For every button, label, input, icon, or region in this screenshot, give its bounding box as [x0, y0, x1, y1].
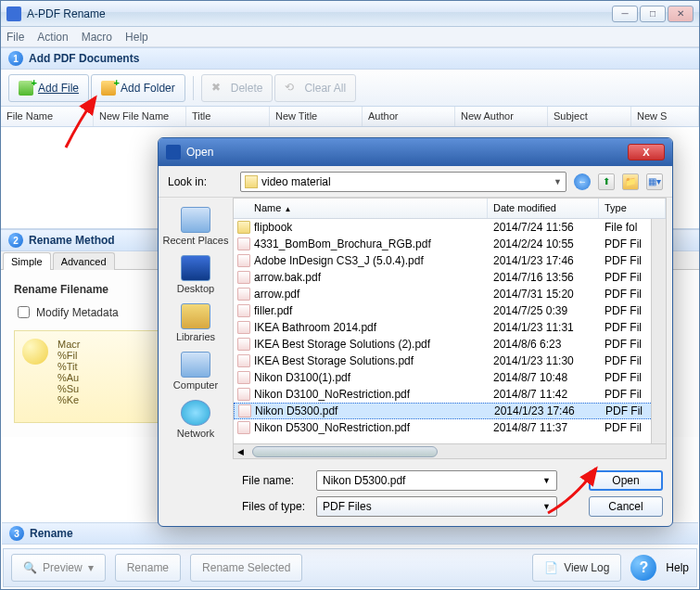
col-newfilename[interactable]: New File Name — [94, 107, 186, 126]
file-date-cell: 2014/7/24 11:56 — [493, 221, 605, 234]
pdf-icon — [237, 271, 250, 284]
file-name-label: File name: — [242, 474, 307, 487]
col-date[interactable]: Date modified — [488, 199, 599, 218]
add-folder-label: Add Folder — [121, 82, 175, 95]
file-date-cell: 2014/7/25 0:39 — [493, 304, 605, 317]
file-row[interactable]: flipbook2014/7/24 11:56File fol — [234, 219, 666, 236]
look-in-combo[interactable]: video material ▼ — [240, 172, 566, 192]
add-file-button[interactable]: Add File — [8, 74, 89, 102]
file-row[interactable]: Nikon D5300.pdf2014/1/23 17:46PDF Fil — [234, 403, 666, 419]
file-type-label: Files of type: — [242, 500, 307, 513]
col-news[interactable]: New S — [631, 107, 699, 126]
file-row[interactable]: Nikon D3100_NoRestriction.pdf2014/8/7 11… — [234, 386, 666, 403]
tab-advanced[interactable]: Advanced — [53, 252, 115, 270]
file-name-cell: IKEA Best Storage Solutions.pdf — [254, 354, 493, 367]
col-name[interactable]: Name ▲ — [234, 199, 488, 218]
col-filename[interactable]: File Name — [1, 107, 94, 126]
dialog-icon — [166, 145, 181, 160]
col-title[interactable]: Title — [186, 107, 270, 126]
file-date-cell: 2014/1/23 11:31 — [493, 321, 605, 334]
view-menu-button[interactable]: ▦▾ — [646, 173, 663, 190]
col-newtitle[interactable]: New Title — [270, 107, 363, 126]
file-name-cell: Nikon D3100(1).pdf — [254, 371, 493, 384]
col-subject[interactable]: Subject — [548, 107, 631, 126]
add-folder-button[interactable]: Add Folder — [91, 74, 185, 102]
file-name-cell: Nikon D5300.pdf — [255, 404, 494, 417]
pdf-icon — [237, 421, 250, 434]
file-name-combo[interactable]: Nikon D5300.pdf▼ — [316, 470, 557, 491]
rail-computer[interactable]: Computer — [173, 348, 218, 394]
scroll-thumb[interactable] — [252, 446, 438, 457]
open-dialog: Open X Look in: video material ▼ ← ⬆ 📁 ▦… — [158, 137, 673, 527]
new-folder-button[interactable]: 📁 — [622, 173, 639, 190]
file-row[interactable]: IKEA Best Storage Solutions.pdf2014/1/23… — [234, 353, 666, 369]
pdf-icon — [237, 321, 250, 334]
delete-button[interactable]: ✖ Delete — [201, 74, 274, 102]
file-row[interactable]: 4331_BomBom_Brochura_RGB.pdf2014/2/24 10… — [234, 236, 666, 252]
col-author[interactable]: Author — [363, 107, 455, 126]
rename-selected-button[interactable]: Rename Selected — [190, 554, 302, 582]
rail-recent[interactable]: Recent Places — [163, 203, 229, 250]
file-row[interactable]: IKEA Bathroom 2014.pdf2014/1/23 11:31PDF… — [234, 319, 666, 336]
toolbar-separator — [193, 76, 194, 100]
pdf-icon — [238, 404, 251, 417]
menu-action[interactable]: Action — [37, 31, 68, 44]
modify-metadata-label: Modify Metadata — [36, 306, 119, 319]
file-pane-header: Name ▲ Date modified Type — [234, 199, 666, 219]
file-name-cell: Nikon D3100_NoRestriction.pdf — [254, 388, 493, 401]
toolbar: Add File Add Folder ✖ Delete ⟲ Clear All — [1, 70, 699, 107]
up-button[interactable]: ⬆ — [598, 173, 615, 190]
window-title: A-PDF Rename — [27, 7, 612, 20]
file-name-cell: IKEA Best Storage Solutions (2).pdf — [254, 338, 493, 351]
preview-button[interactable]: 🔍 Preview ▾ — [11, 554, 106, 582]
rail-network[interactable]: Network — [177, 396, 214, 442]
file-row[interactable]: Nikon D5300_NoRestriction.pdf2014/8/7 11… — [234, 419, 666, 436]
maximize-button[interactable]: □ — [640, 6, 666, 22]
rename-button[interactable]: Rename — [115, 554, 181, 582]
minimize-button[interactable]: ─ — [612, 6, 638, 22]
pdf-icon — [237, 304, 250, 317]
folder-icon — [245, 175, 258, 188]
rail-desktop[interactable]: Desktop — [177, 251, 214, 298]
file-type-combo[interactable]: PDF Files▼ — [316, 496, 557, 517]
dialog-close-button[interactable]: X — [628, 144, 665, 160]
col-newauthor[interactable]: New Author — [455, 107, 548, 126]
menu-help[interactable]: Help — [125, 31, 148, 44]
view-log-button[interactable]: 📄 View Log — [532, 554, 621, 582]
file-row[interactable]: Adobe InDesign CS3_J (5.0.4).pdf2014/1/2… — [234, 252, 666, 269]
back-button[interactable]: ← — [574, 173, 591, 190]
pdf-icon — [237, 288, 250, 301]
pdf-icon — [237, 388, 250, 401]
menu-macro[interactable]: Macro — [82, 31, 112, 44]
clear-all-label: Clear All — [304, 82, 346, 95]
file-row[interactable]: filler.pdf2014/7/25 0:39PDF Fil — [234, 302, 666, 319]
titlebar: A-PDF Rename ─ □ ✕ — [1, 1, 699, 27]
col-type[interactable]: Type — [599, 199, 666, 218]
folder-icon — [237, 221, 250, 234]
file-list[interactable]: flipbook2014/7/24 11:56File fol4331_BomB… — [234, 219, 666, 443]
chevron-down-icon: ▼ — [554, 177, 562, 186]
help-icon[interactable]: ? — [630, 555, 656, 581]
cancel-button[interactable]: Cancel — [589, 496, 663, 517]
vertical-scrollbar[interactable] — [651, 219, 666, 443]
horizontal-scrollbar[interactable]: ◀ — [234, 443, 666, 458]
close-button[interactable]: ✕ — [668, 6, 694, 22]
file-row[interactable]: arrow.pdf2014/7/31 15:20PDF Fil — [234, 286, 666, 302]
file-date-cell: 2014/7/31 15:20 — [493, 288, 605, 301]
file-row[interactable]: arrow.bak.pdf2014/7/16 13:56PDF Fil — [234, 269, 666, 286]
rail-libraries[interactable]: Libraries — [176, 300, 215, 346]
open-button[interactable]: Open — [589, 470, 663, 491]
clear-all-button[interactable]: ⟲ Clear All — [274, 74, 356, 102]
file-row[interactable]: IKEA Best Storage Solutions (2).pdf2014/… — [234, 336, 666, 353]
file-row[interactable]: Nikon D3100(1).pdf2014/8/7 10:48PDF Fil — [234, 369, 666, 386]
add-folder-icon — [101, 81, 116, 96]
file-name-cell: arrow.pdf — [254, 288, 493, 301]
menu-file[interactable]: File — [6, 31, 24, 44]
look-in-value: video material — [261, 175, 331, 188]
dialog-title: Open — [186, 146, 628, 159]
help-label[interactable]: Help — [666, 561, 689, 574]
menubar: File Action Macro Help — [1, 27, 699, 47]
modify-metadata-input[interactable] — [18, 306, 30, 318]
tab-simple[interactable]: Simple — [3, 252, 51, 270]
look-in-row: Look in: video material ▼ ← ⬆ 📁 ▦▾ — [159, 166, 672, 198]
